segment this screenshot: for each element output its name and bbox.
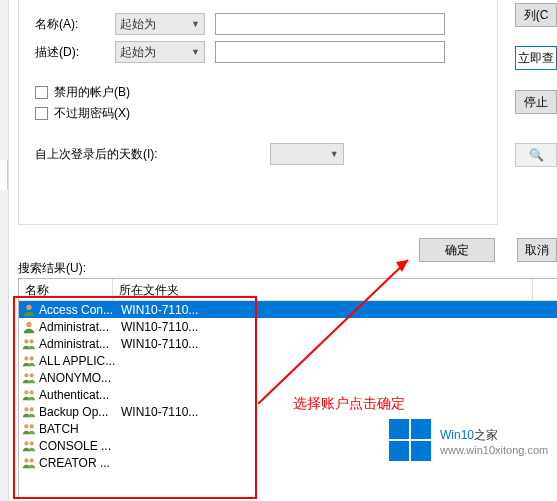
cell-name: CONSOLE ...	[39, 439, 115, 453]
windows-logo-icon	[388, 418, 432, 462]
svg-point-8	[24, 390, 28, 394]
chevron-down-icon: ▼	[330, 149, 339, 159]
results-label: 搜索结果(U):	[18, 260, 86, 277]
svg-point-10	[24, 407, 28, 411]
cell-name: Backup Op...	[39, 405, 115, 419]
svg-point-13	[30, 424, 34, 428]
group-icon	[21, 422, 37, 436]
magnifier-icon: 🔍	[529, 148, 544, 162]
column-folder[interactable]: 所在文件夹	[113, 279, 533, 300]
group-icon	[21, 371, 37, 385]
svg-point-17	[30, 458, 34, 462]
svg-point-16	[24, 458, 28, 462]
cell-name: BATCH	[39, 422, 115, 436]
cell-name: ALL APPLIC...	[39, 354, 115, 368]
svg-point-11	[30, 407, 34, 411]
columns-button[interactable]: 列(C	[515, 3, 557, 27]
svg-point-7	[30, 373, 34, 377]
stop-button[interactable]: 停止	[515, 90, 557, 114]
svg-point-0	[26, 304, 31, 309]
user-icon	[21, 320, 37, 334]
desc-label: 描述(D):	[35, 44, 115, 61]
table-row[interactable]: ALL APPLIC...	[19, 352, 557, 369]
cell-name: ANONYMO...	[39, 371, 115, 385]
cell-name: Authenticat...	[39, 388, 115, 402]
cell-name: Administrat...	[39, 320, 115, 334]
name-combo[interactable]: 起始为 ▼	[115, 13, 205, 35]
group-icon	[21, 337, 37, 351]
group-icon	[21, 439, 37, 453]
desc-input[interactable]	[215, 41, 445, 63]
disabled-accounts-label: 禁用的帐户(B)	[54, 84, 130, 101]
cell-name: CREATOR ...	[39, 456, 115, 470]
search-criteria-panel: 名称(A): 起始为 ▼ 描述(D): 起始为 ▼ 禁用的帐户(B) 不过期密码…	[18, 0, 498, 225]
svg-point-5	[30, 356, 34, 360]
days-label: 自上次登录后的天数(I):	[35, 146, 158, 163]
noexpire-checkbox[interactable]	[35, 107, 48, 120]
svg-point-14	[24, 441, 28, 445]
svg-point-2	[24, 339, 28, 343]
name-combo-value: 起始为	[120, 16, 156, 33]
table-row[interactable]: Access Con...WIN10-7110...	[19, 301, 557, 318]
cell-name: Access Con...	[39, 303, 115, 317]
name-label: 名称(A):	[35, 16, 115, 33]
chevron-down-icon: ▼	[191, 19, 200, 29]
desc-combo[interactable]: 起始为 ▼	[115, 41, 205, 63]
chevron-down-icon: ▼	[191, 47, 200, 57]
ok-button[interactable]: 确定	[419, 238, 495, 262]
results-grid[interactable]: 名称 所在文件夹 Access Con...WIN10-7110...Admin…	[18, 278, 557, 500]
days-combo[interactable]: ▼	[270, 143, 344, 165]
cell-name: Administrat...	[39, 337, 115, 351]
watermark-title: Win10之家	[440, 424, 548, 444]
svg-point-6	[24, 373, 28, 377]
table-row[interactable]: Administrat...WIN10-7110...	[19, 335, 557, 352]
search-icon-button[interactable]: 🔍	[515, 143, 557, 167]
watermark: Win10之家 www.win10xitong.com	[388, 418, 548, 462]
user-icon	[21, 303, 37, 317]
cell-folder: WIN10-7110...	[115, 337, 535, 351]
cell-folder: WIN10-7110...	[115, 320, 535, 334]
svg-point-1	[26, 321, 31, 326]
column-name[interactable]: 名称	[19, 279, 113, 300]
svg-point-15	[30, 441, 34, 445]
table-row[interactable]: Administrat...WIN10-7110...	[19, 318, 557, 335]
grid-header: 名称 所在文件夹	[19, 279, 557, 301]
svg-point-3	[30, 339, 34, 343]
disabled-accounts-checkbox[interactable]	[35, 86, 48, 99]
findnow-button[interactable]: 立即查	[515, 46, 557, 70]
cell-folder: WIN10-7110...	[115, 303, 535, 317]
group-icon	[21, 388, 37, 402]
svg-point-9	[30, 390, 34, 394]
group-icon	[21, 405, 37, 419]
noexpire-label: 不过期密码(X)	[54, 105, 130, 122]
watermark-url: www.win10xitong.com	[440, 444, 548, 456]
desc-combo-value: 起始为	[120, 44, 156, 61]
group-icon	[21, 456, 37, 470]
table-row[interactable]: Authenticat...	[19, 386, 557, 403]
svg-point-4	[24, 356, 28, 360]
right-button-column: 列(C 立即查 停止 🔍	[507, 0, 557, 270]
group-icon	[21, 354, 37, 368]
name-input[interactable]	[215, 13, 445, 35]
table-row[interactable]: ANONYMO...	[19, 369, 557, 386]
svg-point-12	[24, 424, 28, 428]
annotation-text: 选择账户点击确定	[293, 395, 405, 413]
cancel-button[interactable]: 取消	[517, 238, 557, 262]
